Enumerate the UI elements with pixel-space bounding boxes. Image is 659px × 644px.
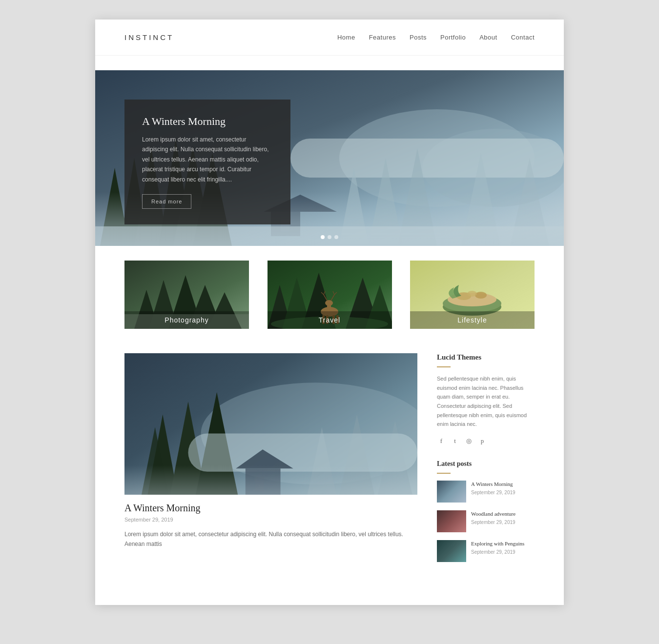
page-wrapper: INSTINCT Home Features Posts Portfolio A… xyxy=(95,20,564,605)
site-header: INSTINCT Home Features Posts Portfolio A… xyxy=(95,20,564,56)
latest-post-date-1: September 29, 2019 xyxy=(471,490,535,495)
latest-post-info-1: A Winters Morning September 29, 2019 xyxy=(471,481,535,495)
category-section: Photography xyxy=(95,261,564,329)
site-logo: INSTINCT xyxy=(124,33,174,41)
latest-post-date-2: September 29, 2019 xyxy=(471,520,535,525)
latest-posts-divider xyxy=(437,473,451,474)
svg-rect-68 xyxy=(124,465,417,495)
read-more-button[interactable]: Read more xyxy=(142,194,191,209)
slider-dot-1[interactable] xyxy=(321,235,325,239)
nav-contact[interactable]: Contact xyxy=(511,34,535,41)
featured-post: A Winters Morning September 29, 2019 Lor… xyxy=(124,353,417,570)
nav-home[interactable]: Home xyxy=(337,34,355,41)
category-photography[interactable]: Photography xyxy=(124,261,249,329)
featured-post-excerpt: Lorem ipsum dolor sit amet, consectetur … xyxy=(124,529,417,549)
hero-content-box: A Winters Morning Lorem ipsum dolor sit … xyxy=(124,100,290,224)
svg-point-52 xyxy=(475,292,487,299)
latest-thumb-2-img xyxy=(437,510,466,532)
nav-posts[interactable]: Posts xyxy=(410,34,427,41)
svg-point-53 xyxy=(467,291,477,297)
latest-post-title-3: Exploring with Penguins xyxy=(471,540,535,547)
sidebar-brand-divider xyxy=(437,366,451,367)
hero-section: A Winters Morning Lorem ipsum dolor sit … xyxy=(95,70,564,246)
nav-portfolio[interactable]: Portfolio xyxy=(440,34,466,41)
sidebar-brand-title: Lucid Themes xyxy=(437,353,535,362)
social-twitter[interactable]: t xyxy=(451,437,459,445)
latest-thumb-1 xyxy=(437,481,466,503)
nav-features[interactable]: Features xyxy=(369,34,396,41)
latest-post-item-2[interactable]: Woodland adventure September 29, 2019 xyxy=(437,510,535,532)
latest-thumb-2 xyxy=(437,510,466,532)
main-nav: Home Features Posts Portfolio About Cont… xyxy=(337,34,535,41)
photography-label: Photography xyxy=(124,311,249,329)
latest-post-title-1: A Winters Morning xyxy=(471,481,535,488)
latest-thumb-3 xyxy=(437,540,466,562)
latest-post-title-2: Woodland adventure xyxy=(471,510,535,518)
category-lifestyle[interactable]: Lifestyle xyxy=(410,261,535,329)
latest-post-date-3: September 29, 2019 xyxy=(471,549,535,555)
nav-about[interactable]: About xyxy=(479,34,497,41)
featured-post-title: A Winters Morning xyxy=(124,503,417,514)
featured-post-date: September 29, 2019 xyxy=(124,517,417,523)
hero-title: A Winters Morning xyxy=(142,115,273,128)
featured-post-scene xyxy=(124,353,417,495)
main-content-area: A Winters Morning September 29, 2019 Lor… xyxy=(95,353,564,599)
featured-post-image xyxy=(124,353,417,495)
category-travel[interactable]: Travel xyxy=(268,261,392,329)
svg-rect-3 xyxy=(290,139,564,178)
svg-point-36 xyxy=(325,300,333,306)
latest-post-info-3: Exploring with Penguins September 29, 20… xyxy=(471,540,535,554)
slider-dots xyxy=(321,235,338,239)
sidebar-brand-text: Sed pellentesque nibh enim, quis euismod… xyxy=(437,374,535,429)
slider-dot-2[interactable] xyxy=(328,235,331,239)
social-icons: f t ◎ p xyxy=(437,437,535,445)
latest-post-item-3[interactable]: Exploring with Penguins September 29, 20… xyxy=(437,540,535,562)
social-facebook[interactable]: f xyxy=(437,437,446,445)
hero-excerpt: Lorem ipsum dolor sit amet, consectetur … xyxy=(142,135,273,184)
social-pinterest[interactable]: p xyxy=(478,437,487,445)
latest-thumb-3-img xyxy=(437,540,466,562)
latest-posts-title: Latest posts xyxy=(437,460,535,468)
social-instagram[interactable]: ◎ xyxy=(464,437,473,445)
latest-post-info-2: Woodland adventure September 29, 2019 xyxy=(471,510,535,524)
travel-label: Travel xyxy=(268,311,392,329)
latest-post-item-1[interactable]: A Winters Morning September 29, 2019 xyxy=(437,481,535,503)
sidebar: Lucid Themes Sed pellentesque nibh enim,… xyxy=(437,353,535,570)
lifestyle-label: Lifestyle xyxy=(410,311,535,329)
latest-thumb-1-img xyxy=(437,481,466,503)
slider-dot-3[interactable] xyxy=(334,235,338,239)
